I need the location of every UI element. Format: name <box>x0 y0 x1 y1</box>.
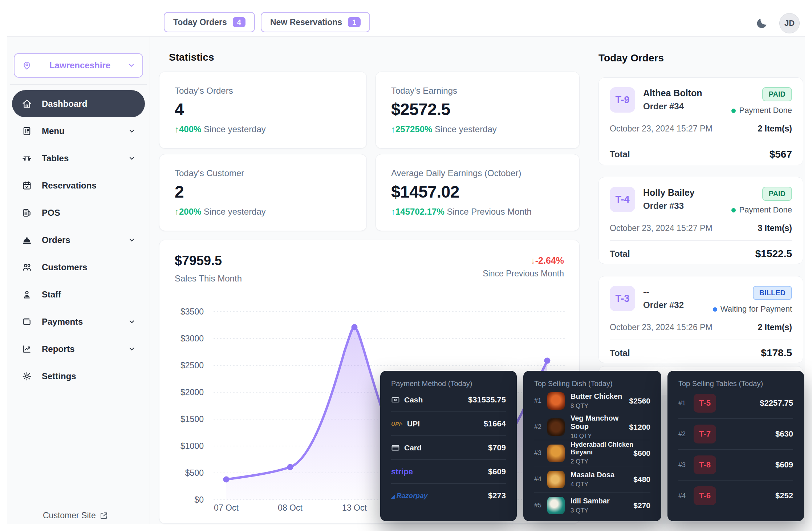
dish-rank: #5 <box>534 502 547 509</box>
credit-card-icon <box>391 443 400 452</box>
total-value: $178.5 <box>761 347 792 359</box>
order-items-count: 3 Item(s) <box>758 223 792 233</box>
table-rank: #4 <box>678 492 691 500</box>
chevron-down-icon <box>128 236 135 244</box>
dish-name: Masala Dosa <box>571 471 614 479</box>
users-icon <box>21 262 32 273</box>
stat-delta: ↑145702.17% Since Previous Month <box>391 207 564 217</box>
today-orders-button-label: Today Orders <box>173 17 227 27</box>
x-axis-tick: 07 Oct <box>201 503 252 513</box>
order-card[interactable]: T-9 Althea Bolton Order #34 PAID Payment… <box>598 77 803 165</box>
stat-delta-pct: 145702.17% <box>395 207 444 216</box>
payment-method-amount: $709 <box>488 443 506 453</box>
table-amount: $630 <box>775 429 793 439</box>
sidebar-item-pos[interactable]: POS <box>12 199 145 226</box>
divider <box>610 340 792 340</box>
cloche-icon <box>21 235 32 246</box>
report-chart-icon <box>21 344 32 354</box>
y-axis-tick: $2500 <box>170 361 204 370</box>
stat-value: 4 <box>175 100 351 119</box>
table-rank: #3 <box>678 461 691 469</box>
top-selling-tables-panel: Top Selling Tables (Today) #1 T-5 $2257.… <box>667 371 804 521</box>
total-label: Total <box>610 149 630 159</box>
order-card[interactable]: T-3 -- Order #32 BILLED Waiting for Paym… <box>598 276 803 363</box>
total-label: Total <box>610 249 630 259</box>
avatar[interactable]: JD <box>779 13 800 33</box>
sidebar-item-reservations[interactable]: Reservations <box>12 172 145 199</box>
sidebar-item-menu[interactable]: Menu <box>12 117 145 145</box>
payment-method-amount: $31535.75 <box>468 395 506 405</box>
sidebar-item-orders[interactable]: Orders <box>12 226 145 254</box>
table-row: #3 T-8 $609 <box>678 450 793 481</box>
table-amount: $2257.75 <box>760 398 793 408</box>
customer-site-label: Customer Site <box>43 511 96 520</box>
x-axis-tick: 13 Oct <box>329 503 380 513</box>
dark-mode-toggle[interactable] <box>755 17 768 30</box>
location-selector[interactable]: Lawrenceshire <box>14 53 143 78</box>
stat-value: 2 <box>175 182 351 202</box>
chevron-down-icon <box>128 62 135 69</box>
dish-name: Veg Manchow Soup <box>571 414 629 431</box>
stat-delta-period: Since yesterday <box>204 124 266 134</box>
today-orders-button[interactable]: Today Orders 4 <box>164 12 255 32</box>
table-badge: T-3 <box>610 286 635 311</box>
sidebar-item-payments[interactable]: Payments <box>12 308 145 335</box>
person-icon <box>21 289 32 300</box>
table-badge: T-7 <box>694 425 716 443</box>
table-badge: T-5 <box>694 394 716 413</box>
y-axis-tick: $1500 <box>170 414 204 424</box>
sidebar-item-label: Orders <box>42 235 70 245</box>
table-rank: #1 <box>678 400 691 407</box>
sidebar: Lawrenceshire Dashboard Menu <box>7 36 150 524</box>
banknote-icon <box>391 396 400 404</box>
new-reservations-button[interactable]: New Reservations 1 <box>261 12 370 32</box>
table-amount: $609 <box>775 460 793 470</box>
new-reservations-button-label: New Reservations <box>270 17 342 27</box>
green-dot-icon <box>731 109 736 113</box>
chevron-down-icon <box>128 127 135 135</box>
sidebar-item-settings[interactable]: Settings <box>12 362 145 390</box>
blue-dot-icon <box>713 307 717 312</box>
sidebar-item-reports[interactable]: Reports <box>12 335 145 362</box>
top-selling-tables-title: Top Selling Tables (Today) <box>678 380 793 388</box>
upi-logo: UPI› <box>391 421 403 427</box>
table-rank: #2 <box>678 430 691 438</box>
dish-qty: 4 QTY <box>571 481 614 488</box>
dish-image <box>547 392 565 410</box>
dish-image <box>547 471 565 488</box>
stat-delta-pct: 257250% <box>395 124 432 134</box>
sidebar-item-label: Customers <box>42 262 87 272</box>
dish-row: #4 Masala Dosa4 QTY $480 <box>534 466 650 493</box>
payment-method-row: Card $709 <box>391 436 506 460</box>
wallet-icon <box>21 316 32 327</box>
table-badge: T-8 <box>694 455 716 474</box>
sidebar-item-customers[interactable]: Customers <box>12 254 145 281</box>
pos-terminal-icon <box>21 207 32 218</box>
stat-card-todays-customer: Today's Customer 2 ↑200% Since yesterday <box>159 154 367 231</box>
stat-value: $1457.02 <box>391 182 564 202</box>
menu-book-icon <box>21 126 32 137</box>
dish-qty: 10 QTY <box>571 433 629 440</box>
chevron-down-icon <box>128 155 135 162</box>
dish-amount: $270 <box>633 501 650 510</box>
order-datetime: October 23, 2024 15:26 PM <box>610 323 712 332</box>
total-label: Total <box>610 348 630 358</box>
order-number: Order #34 <box>643 101 702 112</box>
razorpay-logo: ◢Razorpay <box>391 492 427 500</box>
order-card[interactable]: T-4 Holly Bailey Order #33 PAID Payment … <box>598 177 803 264</box>
stat-delta: ↑400% Since yesterday <box>175 124 351 134</box>
stripe-logo: stripe <box>391 467 413 477</box>
divider <box>610 240 792 241</box>
customer-site-link[interactable]: Customer Site <box>43 511 108 520</box>
customer-name: -- <box>643 287 684 297</box>
topbar: Today Orders 4 New Reservations 1 JD <box>0 0 812 36</box>
order-items-count: 2 Item(s) <box>758 124 792 134</box>
sidebar-item-tables[interactable]: Tables <box>12 145 145 172</box>
home-icon <box>21 98 32 109</box>
sidebar-item-dashboard[interactable]: Dashboard <box>12 90 145 117</box>
sidebar-item-staff[interactable]: Staff <box>12 281 145 308</box>
sidebar-item-label: POS <box>42 208 60 218</box>
stat-delta: ↑200% Since yesterday <box>175 207 351 217</box>
y-axis-tick: $3500 <box>170 307 204 317</box>
stat-label: Today's Earnings <box>391 86 564 96</box>
